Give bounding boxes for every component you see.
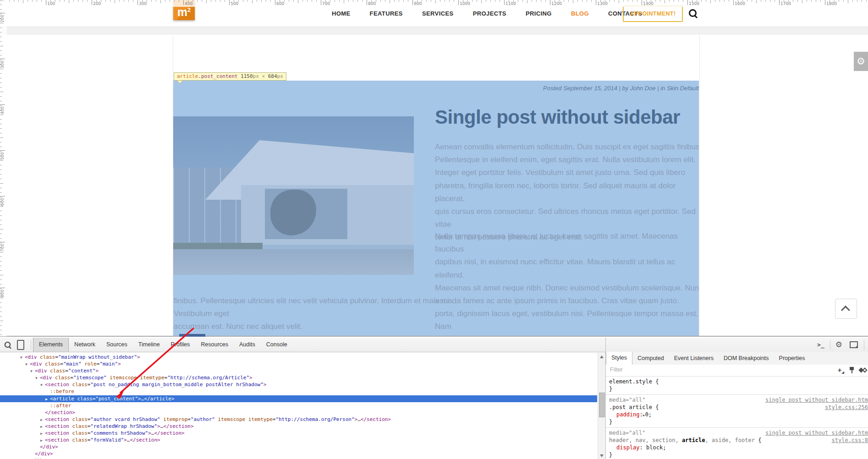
styles-filter-input[interactable]: Filter (610, 366, 623, 373)
tree-row[interactable]: </section> (0, 409, 597, 416)
pin-icon[interactable] (850, 367, 854, 373)
devtools-tab-profiles[interactable]: Profiles (165, 338, 196, 352)
expand-arrow-icon[interactable]: ▼ (35, 375, 40, 382)
stylesheet-source-link[interactable]: single post without sidebar.htm (765, 429, 868, 437)
devtools-tab-timeline[interactable]: Timeline (133, 338, 165, 352)
devtools-tab-network[interactable]: Network (69, 338, 101, 352)
back-to-top-button[interactable] (835, 299, 857, 319)
tree-token: itemscope itemtype (215, 416, 273, 422)
css-selector: element.style { (606, 378, 868, 385)
expand-arrow-icon[interactable]: ▼ (20, 354, 25, 361)
nav-item-features[interactable]: FEATURES (370, 10, 403, 17)
tree-row[interactable]: ▼<div class="content"> (0, 367, 597, 374)
nav-item-services[interactable]: SERVICES (422, 10, 454, 17)
css-property[interactable]: padding:▶0; (606, 411, 868, 418)
tree-row[interactable]: ▼<section class="post no_padding margin_… (0, 381, 597, 388)
nav-item-blog[interactable]: BLOG (571, 10, 589, 17)
css-property[interactable]: display: block; (606, 444, 868, 451)
tree-token: "post no_padding margin_bottom_middle po… (90, 382, 264, 388)
styles-sidebar: StylesComputedEvent ListenersDOM Breakpo… (605, 338, 868, 459)
tree-token: > (138, 396, 141, 402)
tree-row[interactable]: </div> (0, 450, 597, 457)
tree-token: ::after (50, 403, 71, 409)
tree-token: "author" (191, 416, 215, 422)
tree-token: itemscope itemtype (107, 375, 165, 381)
devtools-tab-audits[interactable]: Audits (234, 338, 261, 352)
ruler-tick (0, 288, 5, 288)
tree-row[interactable]: ▶<section class="formValid">…</section> (0, 437, 597, 443)
tree-row[interactable]: ::before (0, 388, 597, 395)
search-icon[interactable] (689, 9, 697, 17)
ruler-tick (0, 242, 5, 242)
tree-token: "relatedWrap hrShadow" (90, 423, 157, 429)
sidebar-tab-event-listeners[interactable]: Event Listeners (669, 352, 719, 365)
appointment-button[interactable]: APPOINTMENT! (623, 5, 683, 22)
tree-row[interactable]: </div> (0, 457, 597, 459)
elements-tree: ▼<div class="mainWrap without_sidebar">▼… (0, 354, 597, 459)
ruler-tick (0, 13, 5, 13)
device-emulation-icon[interactable] (17, 340, 24, 350)
tree-token: </div> (40, 444, 58, 450)
tree-token: </section> (130, 437, 160, 443)
sidebar-tab-properties[interactable]: Properties (774, 352, 810, 365)
new-style-rule-icon[interactable]: +◢ (838, 366, 844, 374)
stylesheet-source-link[interactable]: style.css:8 (832, 437, 868, 444)
tree-token: "main" (63, 361, 82, 367)
tree-row[interactable]: ▼<div class="mainWrap without_sidebar"> (0, 354, 597, 361)
inspect-highlight-overlay: Posted September 15, 2014 | by John Doe … (173, 81, 699, 336)
element-state-icon[interactable] (859, 367, 866, 373)
nav-item-pricing[interactable]: PRICING (526, 10, 552, 17)
inspect-element-icon[interactable] (5, 342, 11, 348)
sidebar-tab-dom-breakpoints[interactable]: DOM Breakpoints (719, 352, 774, 365)
tree-row[interactable]: </div> (0, 443, 597, 450)
tree-row[interactable]: ▶<section class="author vcard hrShadow" … (0, 416, 597, 423)
tree-token: <section (45, 430, 69, 436)
tree-row-selected[interactable]: ▶<article class="post_content">…</articl… (0, 395, 597, 402)
expand-arrow-icon[interactable]: ▼ (25, 361, 30, 368)
expand-arrow-icon[interactable]: ▶ (40, 423, 45, 430)
expand-arrow-icon[interactable]: ▶ (40, 416, 45, 423)
expand-arrow-icon[interactable]: ▼ (30, 368, 35, 375)
sidebar-tab-computed[interactable]: Computed (632, 352, 669, 365)
post-meta-line[interactable]: Posted September 15, 2014 | by John Doe … (173, 85, 699, 92)
tree-row[interactable]: ::after (0, 402, 597, 409)
expand-arrow-icon[interactable]: ▶ (40, 430, 45, 437)
tree-token: <div (25, 354, 37, 360)
stylesheet-source-link[interactable]: style.css:256 (825, 404, 868, 411)
tooltip-unit-h: px (277, 73, 283, 79)
post-featured-image[interactable] (173, 116, 414, 275)
ruler-tick (412, 0, 413, 5)
expand-arrow-icon[interactable]: ▼ (40, 382, 45, 388)
theme-options-gear-icon[interactable]: ⚙ (854, 52, 868, 71)
tree-token: role (82, 361, 97, 367)
tooltip-sep: × (259, 73, 268, 79)
elements-tree-scrollbar[interactable] (598, 353, 605, 459)
tree-token: "http://schema.org/Article" (167, 375, 249, 381)
tree-token: class (69, 416, 88, 422)
post-title: Single post without sidebar (435, 106, 680, 128)
tree-token: "author vcard hrShadow" (90, 416, 160, 422)
expand-arrow-icon[interactable]: ▶ (45, 396, 50, 403)
ruler-label: 200 (0, 15, 5, 22)
nav-item-projects[interactable]: PROJECTS (473, 10, 506, 17)
scrollbar-up-arrow[interactable] (600, 355, 604, 358)
devtools-tab-resources[interactable]: Resources (195, 338, 234, 352)
ruler-label: 700 (322, 1, 330, 6)
devtools-tab-console[interactable]: Console (261, 338, 293, 352)
tooltip-width: 1150 (241, 73, 253, 79)
scrollbar-down-arrow[interactable] (600, 454, 604, 457)
tree-row[interactable]: ▶<section class="comments hrShadow">…</s… (0, 430, 597, 437)
tree-row[interactable]: ▼<div class="main" role="main"> (0, 361, 597, 367)
tree-row[interactable]: ▶<section class="relatedWrap hrShadow">…… (0, 423, 597, 430)
ruler-tick (46, 0, 46, 5)
nav-item-home[interactable]: HOME (332, 10, 351, 17)
ruler-label: 1500 (689, 1, 699, 6)
devtools-tab-sources[interactable]: Sources (101, 338, 133, 352)
tree-token: </article> (144, 396, 174, 402)
tree-row[interactable]: ▼<div class="itemscope" itemscope itemty… (0, 374, 597, 381)
sidebar-tab-styles[interactable]: Styles (606, 352, 632, 365)
stylesheet-source-link[interactable]: single post without sidebar.htm (765, 396, 868, 404)
devtools-tab-elements[interactable]: Elements (33, 338, 69, 352)
scrollbar-thumb[interactable] (599, 393, 605, 417)
expand-arrow-icon[interactable]: ▶ (40, 437, 45, 444)
